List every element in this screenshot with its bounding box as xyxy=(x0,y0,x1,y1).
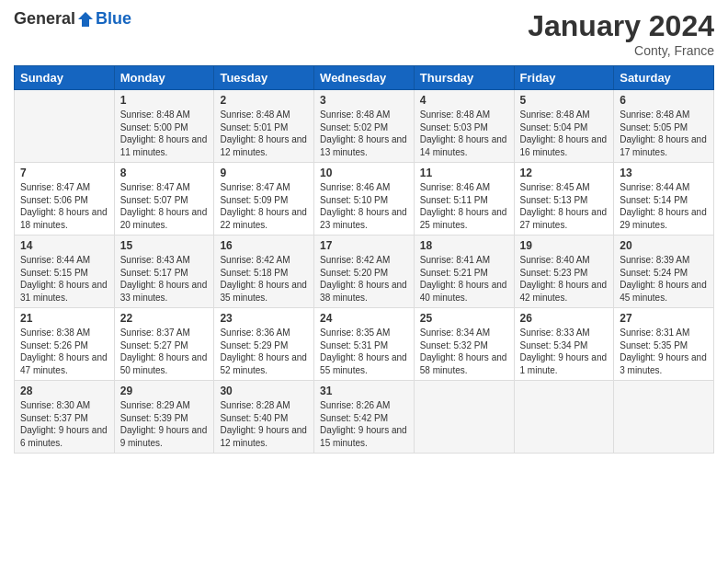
day-info: Sunrise: 8:46 AMSunset: 5:11 PMDaylight:… xyxy=(420,181,508,231)
calendar-cell: 1Sunrise: 8:48 AMSunset: 5:00 PMDaylight… xyxy=(114,90,214,163)
header-row: Sunday Monday Tuesday Wednesday Thursday… xyxy=(15,66,714,90)
calendar-cell: 22Sunrise: 8:37 AMSunset: 5:27 PMDayligh… xyxy=(114,308,214,381)
calendar-cell: 29Sunrise: 8:29 AMSunset: 5:39 PMDayligh… xyxy=(114,381,214,454)
day-info: Sunrise: 8:47 AMSunset: 5:09 PMDaylight:… xyxy=(220,181,308,231)
col-monday: Monday xyxy=(114,66,214,90)
calendar-table: Sunday Monday Tuesday Wednesday Thursday… xyxy=(14,65,714,454)
day-info: Sunrise: 8:42 AMSunset: 5:20 PMDaylight:… xyxy=(320,254,408,304)
day-info: Sunrise: 8:36 AMSunset: 5:29 PMDaylight:… xyxy=(220,327,308,376)
calendar-cell xyxy=(614,381,714,454)
calendar-cell: 23Sunrise: 8:36 AMSunset: 5:29 PMDayligh… xyxy=(214,308,314,381)
day-number: 10 xyxy=(320,167,408,179)
day-number: 15 xyxy=(120,239,209,252)
day-info: Sunrise: 8:48 AMSunset: 5:01 PMDaylight:… xyxy=(220,109,308,158)
logo-general: General xyxy=(14,9,75,29)
calendar-cell: 10Sunrise: 8:46 AMSunset: 5:10 PMDayligh… xyxy=(314,163,415,236)
day-info: Sunrise: 8:35 AMSunset: 5:31 PMDaylight:… xyxy=(320,327,408,376)
col-saturday: Saturday xyxy=(614,66,714,90)
calendar-cell: 25Sunrise: 8:34 AMSunset: 5:32 PMDayligh… xyxy=(414,308,514,381)
calendar-cell: 4Sunrise: 8:48 AMSunset: 5:03 PMDaylight… xyxy=(414,90,514,163)
logo-blue: Blue xyxy=(96,9,131,29)
day-info: Sunrise: 8:29 AMSunset: 5:39 PMDaylight:… xyxy=(120,399,209,449)
calendar-cell: 9Sunrise: 8:47 AMSunset: 5:09 PMDaylight… xyxy=(214,163,314,236)
day-number: 23 xyxy=(220,312,308,325)
calendar-cell: 27Sunrise: 8:31 AMSunset: 5:35 PMDayligh… xyxy=(614,308,714,381)
day-number: 22 xyxy=(120,312,209,325)
day-info: Sunrise: 8:26 AMSunset: 5:42 PMDaylight:… xyxy=(320,399,408,449)
day-info: Sunrise: 8:42 AMSunset: 5:18 PMDaylight:… xyxy=(220,254,308,304)
calendar-cell: 31Sunrise: 8:26 AMSunset: 5:42 PMDayligh… xyxy=(314,381,415,454)
day-number: 26 xyxy=(520,312,609,325)
day-number: 11 xyxy=(420,167,508,179)
calendar-cell: 26Sunrise: 8:33 AMSunset: 5:34 PMDayligh… xyxy=(514,308,614,381)
day-info: Sunrise: 8:43 AMSunset: 5:17 PMDaylight:… xyxy=(120,254,209,304)
day-number: 7 xyxy=(20,167,108,179)
calendar-cell: 2Sunrise: 8:48 AMSunset: 5:01 PMDaylight… xyxy=(214,90,314,163)
calendar-cell: 24Sunrise: 8:35 AMSunset: 5:31 PMDayligh… xyxy=(314,308,415,381)
day-info: Sunrise: 8:47 AMSunset: 5:07 PMDaylight:… xyxy=(120,181,209,231)
day-number: 19 xyxy=(520,239,609,252)
day-info: Sunrise: 8:34 AMSunset: 5:32 PMDaylight:… xyxy=(420,327,508,376)
logo-text: General Blue xyxy=(14,9,131,29)
day-info: Sunrise: 8:48 AMSunset: 5:02 PMDaylight:… xyxy=(320,109,408,158)
day-number: 21 xyxy=(20,312,108,325)
calendar-cell: 19Sunrise: 8:40 AMSunset: 5:23 PMDayligh… xyxy=(514,236,614,308)
day-number: 9 xyxy=(220,167,308,179)
location: Conty, France xyxy=(528,43,714,58)
week-row-1: 1Sunrise: 8:48 AMSunset: 5:00 PMDaylight… xyxy=(15,90,714,163)
calendar-cell: 17Sunrise: 8:42 AMSunset: 5:20 PMDayligh… xyxy=(314,236,415,308)
calendar-cell xyxy=(15,90,115,163)
day-info: Sunrise: 8:33 AMSunset: 5:34 PMDaylight:… xyxy=(520,327,609,376)
day-number: 12 xyxy=(520,167,609,179)
calendar-cell: 6Sunrise: 8:48 AMSunset: 5:05 PMDaylight… xyxy=(614,90,714,163)
day-info: Sunrise: 8:31 AMSunset: 5:35 PMDaylight:… xyxy=(620,327,708,376)
day-info: Sunrise: 8:37 AMSunset: 5:27 PMDaylight:… xyxy=(120,327,209,376)
title-block: January 2024 Conty, France xyxy=(528,9,714,58)
calendar-cell: 18Sunrise: 8:41 AMSunset: 5:21 PMDayligh… xyxy=(414,236,514,308)
day-info: Sunrise: 8:48 AMSunset: 5:03 PMDaylight:… xyxy=(420,109,508,158)
month-title: January 2024 xyxy=(528,9,714,43)
day-number: 3 xyxy=(320,94,408,107)
logo-icon xyxy=(76,10,95,29)
week-row-3: 14Sunrise: 8:44 AMSunset: 5:15 PMDayligh… xyxy=(15,236,714,308)
svg-marker-0 xyxy=(78,12,93,27)
calendar-cell: 15Sunrise: 8:43 AMSunset: 5:17 PMDayligh… xyxy=(114,236,214,308)
day-info: Sunrise: 8:39 AMSunset: 5:24 PMDaylight:… xyxy=(620,254,708,304)
calendar-cell: 13Sunrise: 8:44 AMSunset: 5:14 PMDayligh… xyxy=(614,163,714,236)
col-friday: Friday xyxy=(514,66,614,90)
day-number: 28 xyxy=(20,385,108,397)
day-info: Sunrise: 8:44 AMSunset: 5:15 PMDaylight:… xyxy=(20,254,108,304)
week-row-4: 21Sunrise: 8:38 AMSunset: 5:26 PMDayligh… xyxy=(15,308,714,381)
day-number: 29 xyxy=(120,385,209,397)
calendar-cell xyxy=(414,381,514,454)
calendar-cell: 12Sunrise: 8:45 AMSunset: 5:13 PMDayligh… xyxy=(514,163,614,236)
calendar-cell: 8Sunrise: 8:47 AMSunset: 5:07 PMDaylight… xyxy=(114,163,214,236)
day-number: 6 xyxy=(620,94,708,107)
day-number: 24 xyxy=(320,312,408,325)
calendar-cell: 21Sunrise: 8:38 AMSunset: 5:26 PMDayligh… xyxy=(15,308,115,381)
calendar-cell: 11Sunrise: 8:46 AMSunset: 5:11 PMDayligh… xyxy=(414,163,514,236)
day-number: 18 xyxy=(420,239,508,252)
day-info: Sunrise: 8:28 AMSunset: 5:40 PMDaylight:… xyxy=(220,399,308,449)
day-number: 2 xyxy=(220,94,308,107)
day-info: Sunrise: 8:48 AMSunset: 5:04 PMDaylight:… xyxy=(520,109,609,158)
day-number: 25 xyxy=(420,312,508,325)
logo: General Blue xyxy=(14,9,131,29)
day-info: Sunrise: 8:40 AMSunset: 5:23 PMDaylight:… xyxy=(520,254,609,304)
day-info: Sunrise: 8:38 AMSunset: 5:26 PMDaylight:… xyxy=(20,327,108,376)
calendar-cell: 20Sunrise: 8:39 AMSunset: 5:24 PMDayligh… xyxy=(614,236,714,308)
calendar-cell: 7Sunrise: 8:47 AMSunset: 5:06 PMDaylight… xyxy=(15,163,115,236)
calendar-cell: 16Sunrise: 8:42 AMSunset: 5:18 PMDayligh… xyxy=(214,236,314,308)
calendar-cell: 28Sunrise: 8:30 AMSunset: 5:37 PMDayligh… xyxy=(15,381,115,454)
day-number: 27 xyxy=(620,312,708,325)
day-info: Sunrise: 8:47 AMSunset: 5:06 PMDaylight:… xyxy=(20,181,108,231)
day-info: Sunrise: 8:45 AMSunset: 5:13 PMDaylight:… xyxy=(520,181,609,231)
col-thursday: Thursday xyxy=(414,66,514,90)
calendar-cell: 14Sunrise: 8:44 AMSunset: 5:15 PMDayligh… xyxy=(15,236,115,308)
week-row-5: 28Sunrise: 8:30 AMSunset: 5:37 PMDayligh… xyxy=(15,381,714,454)
day-number: 1 xyxy=(120,94,209,107)
day-info: Sunrise: 8:46 AMSunset: 5:10 PMDaylight:… xyxy=(320,181,408,231)
col-sunday: Sunday xyxy=(15,66,115,90)
page-container: General Blue January 2024 Conty, France … xyxy=(0,0,728,463)
col-tuesday: Tuesday xyxy=(214,66,314,90)
